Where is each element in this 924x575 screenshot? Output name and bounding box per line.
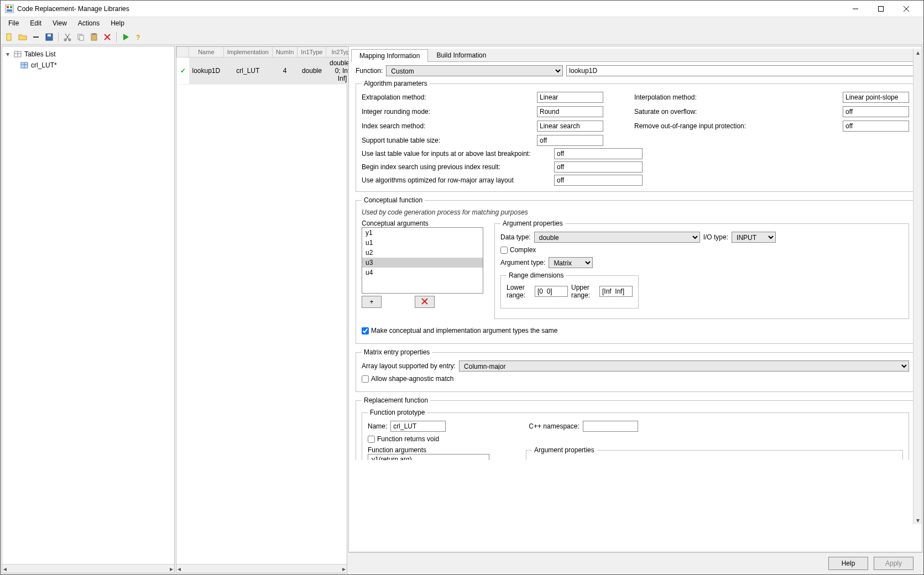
iotype-select[interactable]: INPUT (732, 232, 776, 243)
arg-y1[interactable]: y1 (362, 228, 483, 238)
ns-label: C++ namespace: (529, 422, 579, 430)
arg-u4[interactable]: u4 (362, 268, 483, 278)
rowmajor-input[interactable] (554, 175, 643, 186)
idxsearch-input[interactable] (537, 121, 603, 132)
interp-input[interactable] (843, 92, 909, 103)
scroll-up-icon[interactable]: ▴ (913, 49, 922, 56)
menu-view[interactable]: View (47, 18, 72, 28)
close-button[interactable] (894, 1, 919, 17)
open-folder-icon[interactable] (17, 32, 28, 43)
col-impl[interactable]: Implementation (223, 47, 272, 58)
removeoor-label: Remove out-of-range input protection: (634, 122, 838, 130)
col-in1[interactable]: In1Type (297, 47, 326, 58)
lower-input[interactable] (535, 286, 568, 297)
scroll-down-icon[interactable]: ▾ (913, 516, 922, 524)
right-vscroll[interactable]: ▴ ▾ (913, 49, 922, 524)
intround-input[interactable] (537, 106, 603, 117)
lasttable-input[interactable] (554, 148, 643, 159)
table-row[interactable]: ✓ lookup1D crl_LUT 4 double double[0 0; … (177, 58, 359, 85)
paste-icon[interactable] (88, 32, 100, 43)
argprops2-legend: Argument properties (532, 446, 597, 454)
menu-file[interactable]: File (3, 18, 24, 28)
dtype-select[interactable]: double (534, 232, 700, 243)
apply-button[interactable]: Apply (874, 557, 913, 570)
shape-label: Allow shape-agnostic match (371, 375, 453, 383)
interp-label: Interpolation method: (634, 93, 838, 101)
detail-panel: Mapping Information Build Information Fu… (348, 46, 922, 573)
copy-icon[interactable] (75, 32, 86, 43)
void-checkbox[interactable] (368, 436, 375, 443)
svg-rect-9 (33, 36, 39, 38)
svg-text:?: ? (136, 34, 140, 41)
layout-select[interactable]: Column-major (459, 360, 909, 372)
tree-item-crl-lut[interactable]: crl_LUT* (2, 60, 174, 71)
maximize-button[interactable] (868, 1, 894, 17)
concept-args-label: Conceptual arguments (362, 219, 429, 227)
void-label: Function returns void (377, 435, 439, 443)
dtype-label: Data type: (500, 233, 531, 241)
complex-checkbox[interactable] (500, 247, 508, 254)
tree-panel: ▾ Tables List crl_LUT* ◂▸ (2, 46, 175, 573)
col-numin[interactable]: NumIn (272, 47, 297, 58)
add-arg-button[interactable]: + (362, 296, 382, 308)
function-label: Function: (356, 67, 383, 75)
remove-icon[interactable] (30, 32, 41, 43)
concept-args-list[interactable]: y1 u1 u2 u3 u4 (362, 227, 483, 294)
help-icon[interactable]: ? (133, 32, 144, 43)
iotype-label: I/O type: (703, 233, 728, 241)
arg-u1[interactable]: u1 (362, 238, 483, 248)
matrix-legend: Matrix entry properties (362, 348, 432, 356)
argtype-select[interactable]: Matrix (549, 257, 593, 268)
run-icon[interactable] (120, 32, 131, 43)
matrix-fieldset: Matrix entry properties Array layout sup… (356, 348, 915, 392)
menu-bar: File Edit View Actions Help (1, 17, 923, 29)
farg-y1[interactable]: y1(return arg) (368, 454, 489, 460)
help-button[interactable]: Help (828, 557, 868, 570)
algo-legend: Algorithm parameters (362, 80, 430, 87)
proto-name-input[interactable] (390, 421, 446, 432)
entries-panel: Name Implementation NumIn In1Type In2Typ… (176, 46, 347, 573)
mid-hscroll[interactable]: ◂▸ (176, 564, 347, 573)
shape-checkbox[interactable] (362, 375, 369, 383)
func-args-list[interactable]: y1(return arg) u1 u2 u3 u4 (368, 454, 489, 460)
minimize-button[interactable] (843, 1, 868, 17)
left-hscroll[interactable]: ◂▸ (2, 564, 174, 573)
tunable-input[interactable] (537, 135, 603, 146)
extrap-input[interactable] (537, 92, 603, 103)
tab-mapping[interactable]: Mapping Information (351, 49, 428, 62)
svg-rect-15 (80, 35, 83, 40)
check-icon: ✓ (177, 58, 189, 85)
proto-name-label: Name: (368, 422, 387, 430)
idxsearch-label: Index search method: (362, 122, 533, 130)
arg-u3[interactable]: u3 (362, 258, 483, 268)
delete-icon[interactable] (102, 32, 113, 43)
save-icon[interactable] (44, 32, 55, 43)
ns-input[interactable] (583, 421, 638, 432)
removeoor-input[interactable] (843, 121, 909, 132)
beginidx-input[interactable] (554, 161, 643, 172)
footer-bar: Help Apply (348, 552, 922, 573)
complex-label: Complex (510, 246, 536, 254)
menu-help[interactable]: Help (105, 18, 130, 28)
col-name[interactable]: Name (189, 47, 224, 58)
svg-point-13 (69, 39, 71, 41)
menu-actions[interactable]: Actions (72, 18, 105, 28)
conceptual-fieldset: Conceptual function Used by code generat… (356, 196, 915, 344)
main-area: ▾ Tables List crl_LUT* ◂▸ Name Implement… (1, 45, 923, 574)
tab-build[interactable]: Build Information (428, 49, 494, 61)
new-file-icon[interactable] (4, 32, 15, 43)
cell-impl: crl_LUT (223, 58, 272, 85)
upper-input[interactable] (599, 286, 633, 297)
function-name-input[interactable] (566, 65, 915, 76)
collapse-icon[interactable]: ▾ (4, 50, 11, 58)
same-types-checkbox[interactable] (362, 327, 369, 334)
menu-edit[interactable]: Edit (24, 18, 47, 28)
function-select[interactable]: Custom (386, 65, 563, 76)
rowmajor-label: Use algorithms optimized for row-major a… (362, 176, 550, 184)
tree-root-label: Tables List (24, 50, 56, 58)
sat-input[interactable] (843, 106, 909, 117)
arg-u2[interactable]: u2 (362, 248, 483, 258)
remove-arg-button[interactable] (415, 296, 435, 308)
cut-icon[interactable] (62, 32, 73, 43)
tree-root[interactable]: ▾ Tables List (2, 49, 174, 60)
